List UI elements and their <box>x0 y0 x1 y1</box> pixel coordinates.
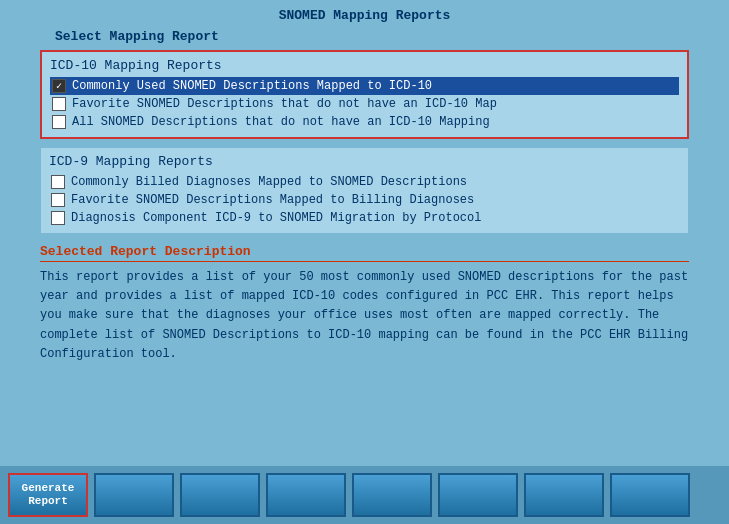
button-2[interactable] <box>94 473 174 517</box>
icd10-item-2[interactable]: All SNOMED Descriptions that do not have… <box>50 113 679 131</box>
button-4[interactable] <box>266 473 346 517</box>
title-bar: SNOMED Mapping Reports <box>0 0 729 29</box>
generate-report-button[interactable]: GenerateReport <box>8 473 88 517</box>
window-title: SNOMED Mapping Reports <box>279 8 451 23</box>
icd9-group: ICD-9 Mapping Reports Commonly Billed Di… <box>40 147 689 234</box>
desc-text: This report provides a list of your 50 m… <box>40 268 689 364</box>
icd9-checkbox-2 <box>51 211 65 225</box>
icd10-item-1-label: Favorite SNOMED Descriptions that do not… <box>72 97 497 111</box>
icd10-item-0-label: Commonly Used SNOMED Descriptions Mapped… <box>72 79 432 93</box>
icd9-group-label: ICD-9 Mapping Reports <box>49 154 680 169</box>
button-3[interactable] <box>180 473 260 517</box>
icd9-item-2[interactable]: Diagnosis Component ICD-9 to SNOMED Migr… <box>49 209 680 227</box>
icd9-item-1-label: Favorite SNOMED Descriptions Mapped to B… <box>71 193 474 207</box>
button-5[interactable] <box>352 473 432 517</box>
icd10-group: ICD-10 Mapping Reports ✓ Commonly Used S… <box>40 50 689 139</box>
icd10-item-2-label: All SNOMED Descriptions that do not have… <box>72 115 490 129</box>
icd10-group-label: ICD-10 Mapping Reports <box>50 58 679 73</box>
main-window: SNOMED Mapping Reports Select Mapping Re… <box>0 0 729 524</box>
icd9-item-1[interactable]: Favorite SNOMED Descriptions Mapped to B… <box>49 191 680 209</box>
icd9-item-0-label: Commonly Billed Diagnoses Mapped to SNOM… <box>71 175 467 189</box>
icd10-checkbox-2 <box>52 115 66 129</box>
icd10-item-1[interactable]: Favorite SNOMED Descriptions that do not… <box>50 95 679 113</box>
section-label: Select Mapping Report <box>55 29 729 44</box>
icd9-item-0[interactable]: Commonly Billed Diagnoses Mapped to SNOM… <box>49 173 680 191</box>
icd9-checkbox-0 <box>51 175 65 189</box>
icd10-checkbox-1 <box>52 97 66 111</box>
button-6[interactable] <box>438 473 518 517</box>
button-7[interactable] <box>524 473 604 517</box>
icd9-item-2-label: Diagnosis Component ICD-9 to SNOMED Migr… <box>71 211 481 225</box>
icd10-item-0[interactable]: ✓ Commonly Used SNOMED Descriptions Mapp… <box>50 77 679 95</box>
bottom-bar: GenerateReport <box>0 466 729 524</box>
button-8[interactable] <box>610 473 690 517</box>
icd9-checkbox-1 <box>51 193 65 207</box>
desc-title: Selected Report Description <box>40 244 689 262</box>
icd10-checkbox-0: ✓ <box>52 79 66 93</box>
